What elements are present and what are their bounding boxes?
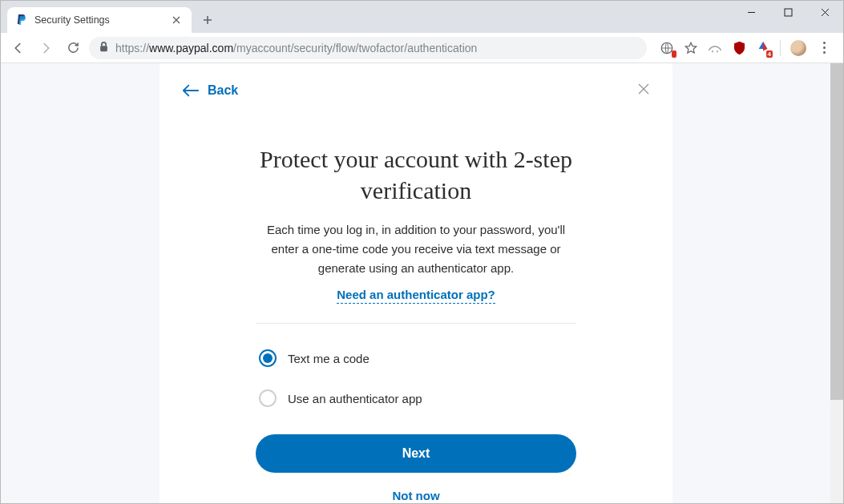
svg-rect-1	[100, 46, 107, 51]
tab-title: Security Settings	[34, 14, 169, 26]
tab-close-icon[interactable]	[169, 14, 184, 26]
help-link[interactable]: Need an authenticator app?	[337, 288, 495, 304]
verification-options: Text me a code Use an authenticator app	[256, 338, 576, 418]
main-content: Protect your account with 2-step verific…	[256, 143, 576, 502]
page-heading: Protect your account with 2-step verific…	[256, 143, 576, 206]
nav-forward-button[interactable]	[34, 37, 57, 59]
window-controls	[733, 1, 843, 23]
paypal-favicon-icon	[15, 14, 28, 26]
browser-toolbar: https://www.paypal.com/myaccount/securit…	[1, 33, 843, 63]
back-link-label: Back	[208, 83, 238, 98]
option-label: Text me a code	[288, 352, 370, 365]
close-panel-icon[interactable]	[637, 83, 650, 99]
bookmark-star-icon[interactable]	[684, 41, 698, 55]
option-text-code[interactable]: Text me a code	[259, 338, 573, 378]
nav-back-button[interactable]	[7, 37, 30, 59]
option-authenticator-app[interactable]: Use an authenticator app	[259, 378, 573, 418]
browser-tab[interactable]: Security Settings	[7, 7, 192, 33]
extension-icons: 4	[652, 40, 837, 56]
profile-avatar[interactable]	[790, 40, 806, 56]
lock-icon	[99, 41, 109, 54]
scrollbar-track[interactable]	[830, 63, 843, 503]
window-maximize-button[interactable]	[769, 1, 806, 23]
not-now-link[interactable]: Not now	[256, 489, 576, 502]
downloader-extension-icon[interactable]: 4	[756, 41, 770, 55]
browser-window: Security Settings https://www	[0, 0, 844, 504]
window-close-button[interactable]	[806, 1, 843, 23]
toolbar-separator	[780, 40, 781, 56]
radio-unselected-icon	[259, 389, 277, 407]
ublock-extension-icon[interactable]	[732, 41, 746, 55]
extension-badge	[672, 50, 676, 58]
privacy-extension-icon[interactable]	[708, 41, 722, 55]
back-link[interactable]: Back	[182, 83, 238, 98]
nav-reload-button[interactable]	[62, 37, 84, 59]
extension-badge-count: 4	[766, 50, 773, 58]
radio-selected-icon	[259, 349, 277, 367]
url-text: https://www.paypal.com/myaccount/securit…	[115, 42, 477, 54]
page-viewport: Back Protect your account with 2-step ve…	[1, 63, 843, 503]
browser-menu-button[interactable]	[816, 42, 832, 54]
divider	[256, 323, 576, 324]
option-label: Use an authenticator app	[288, 392, 422, 405]
page-description: Each time you log in, in addition to you…	[256, 220, 576, 278]
address-bar[interactable]: https://www.paypal.com/myaccount/securit…	[89, 37, 647, 59]
window-minimize-button[interactable]	[733, 1, 769, 23]
translate-extension-icon[interactable]	[660, 41, 674, 55]
titlebar: Security Settings	[1, 1, 843, 33]
scrollbar-thumb[interactable]	[830, 63, 843, 400]
next-button[interactable]: Next	[256, 434, 576, 473]
svg-rect-0	[785, 9, 792, 16]
new-tab-button[interactable]	[196, 9, 219, 31]
content-panel: Back Protect your account with 2-step ve…	[160, 63, 672, 503]
